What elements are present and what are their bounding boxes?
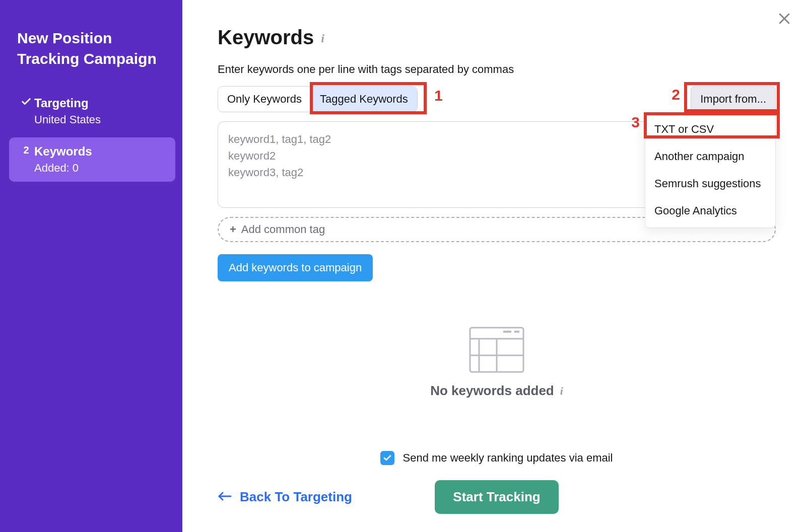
tagged-keywords-tab[interactable]: Tagged Keywords: [311, 87, 417, 112]
keywords-mode-toggle: Only Keywords Tagged Keywords: [218, 86, 418, 112]
wizard-sidebar: New Position Tracking Campaign Targeting…: [0, 0, 182, 532]
add-common-tag-label: Add common tag: [241, 223, 325, 236]
step-number: 2: [18, 144, 34, 156]
import-option-txt-csv[interactable]: TXT or CSV: [645, 116, 775, 143]
main-panel: Keywords i Enter keywords one per line w…: [182, 0, 806, 532]
empty-state-title: No keywords added: [430, 383, 554, 399]
plus-icon: +: [230, 223, 236, 236]
page-title: Keywords i: [218, 26, 776, 49]
import-option-another-campaign[interactable]: Another campaign: [645, 143, 775, 170]
page-title-text: Keywords: [218, 26, 314, 49]
sidebar-title: New Position Tracking Campaign: [17, 28, 167, 69]
close-icon[interactable]: [777, 11, 792, 28]
back-link-label: Back To Targeting: [240, 489, 352, 505]
toggle-row: Only Keywords Tagged Keywords Import fro…: [218, 86, 776, 112]
start-tracking-button[interactable]: Start Tracking: [435, 480, 558, 514]
empty-state: No keywords added i: [218, 327, 776, 399]
import-option-google-analytics[interactable]: Google Analytics: [645, 197, 775, 224]
annotation-number-1: 1: [434, 87, 443, 104]
import-dropdown: TXT or CSV Another campaign Semrush sugg…: [645, 112, 776, 228]
weekly-updates-label: Send me weekly ranking updates via email: [402, 451, 613, 465]
weekly-updates-row: Send me weekly ranking updates via email: [218, 451, 776, 465]
import-option-semrush[interactable]: Semrush suggestions: [645, 170, 775, 197]
instructions-text: Enter keywords one per line with tags se…: [218, 63, 776, 76]
check-icon: [18, 96, 34, 110]
back-to-targeting-link[interactable]: Back To Targeting: [218, 489, 352, 505]
info-icon[interactable]: i: [560, 385, 563, 398]
step-sublabel: Added: 0: [34, 162, 92, 175]
wizard-step-keywords[interactable]: 2 Keywords Added: 0: [9, 137, 175, 182]
info-icon[interactable]: i: [321, 32, 324, 45]
annotation-number-2: 2: [671, 86, 680, 103]
wizard-footer: Send me weekly ranking updates via email…: [218, 451, 776, 514]
weekly-updates-checkbox[interactable]: [380, 451, 394, 465]
empty-table-icon: [469, 327, 524, 373]
import-wrapper: Import from... TXT or CSV Another campai…: [691, 86, 776, 112]
only-keywords-tab[interactable]: Only Keywords: [218, 87, 311, 112]
wizard-step-targeting[interactable]: Targeting United States: [9, 89, 175, 133]
step-sublabel: United States: [34, 113, 101, 126]
arrow-left-icon: [218, 489, 232, 505]
step-label: Keywords: [34, 144, 92, 159]
add-keywords-button[interactable]: Add keywords to campaign: [218, 254, 373, 281]
step-label: Targeting: [34, 96, 101, 110]
import-from-button[interactable]: Import from...: [691, 86, 776, 112]
